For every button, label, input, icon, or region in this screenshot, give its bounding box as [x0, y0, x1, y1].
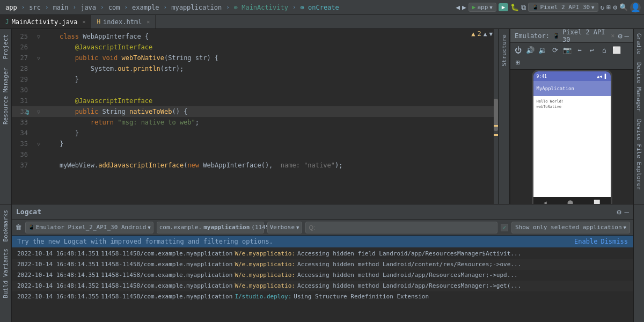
breadcrumb-oncreate[interactable]: ⊕ onCreate: [298, 3, 341, 12]
breadcrumb-example[interactable]: example: [130, 3, 162, 12]
html-file-icon: H: [97, 18, 100, 25]
line-content-34: }: [44, 129, 79, 137]
tab-mainactivity[interactable]: J MainActivity.java ✕: [0, 15, 91, 28]
device-file-explorer-tab[interactable]: Device File Explorer: [634, 117, 643, 192]
breadcrumb-sep-2: ›: [45, 4, 49, 11]
breadcrumb-src[interactable]: src: [27, 3, 43, 12]
line-content-29: }: [44, 76, 79, 83]
code-line-32: 32 @ ▽ public String nativeToWeb() {: [12, 106, 498, 117]
device-dropdown[interactable]: 📱 Pixel 2 API 30 ▼: [528, 3, 598, 12]
gradle-tab[interactable]: Gradle: [634, 31, 643, 57]
refresh-avd-icon[interactable]: ↻: [601, 3, 605, 11]
emulator-close-tab[interactable]: ✕: [611, 32, 615, 39]
debug-button[interactable]: 🐛: [510, 3, 519, 11]
run-button[interactable]: ▶: [499, 3, 509, 11]
log-msg-1: Accessing hidden method Landroid/content…: [297, 260, 521, 269]
device-arrow: ▼: [591, 5, 594, 10]
code-scrollbar[interactable]: [494, 29, 498, 204]
device-selector-icon: 📱: [28, 224, 34, 230]
device-manager-tab[interactable]: Device Manager: [634, 60, 643, 114]
structure-tab[interactable]: Structure: [500, 32, 509, 69]
log-level-2: W/e.myapplicatio:: [235, 270, 295, 280]
structure-panel-strip: Structure: [498, 29, 510, 204]
em-back-btn[interactable]: ↩: [587, 45, 597, 55]
app-name: myapplication: [203, 224, 250, 231]
logcat-settings-btn[interactable]: ⚙: [617, 208, 621, 216]
phone-status-icons: ▲◀ ▌: [597, 74, 607, 79]
coverage-button[interactable]: ⧉: [521, 3, 526, 12]
em-overview-btn[interactable]: ⬜: [611, 45, 622, 55]
breadcrumb-mainactivity[interactable]: ⊕ MainActivity: [232, 3, 290, 12]
right-panel-strip: Gradle Device Manager Device File Explor…: [633, 29, 644, 204]
forward-icon[interactable]: ▶: [462, 3, 466, 11]
settings-icon[interactable]: ⚙: [613, 3, 617, 11]
build-variants-tab[interactable]: Build Variants: [1, 246, 10, 301]
log-ts-4: 2022-10-14 16:48:14.355: [17, 292, 99, 302]
device-selector[interactable]: 📱 Emulator Pixel_2_API_30 Android ▼: [25, 222, 153, 233]
tab-close-indexhtml[interactable]: ✕: [147, 19, 150, 25]
fold-35[interactable]: ▽: [37, 141, 40, 147]
logcat-search-input[interactable]: [305, 222, 497, 233]
breadcrumb-sep-4: ›: [100, 4, 104, 11]
em-location-btn[interactable]: ⬅: [574, 45, 585, 55]
avd-manager-icon[interactable]: ⊞: [606, 3, 611, 11]
show-selected-dropdown[interactable]: Show only selected application ▼: [511, 222, 630, 233]
search-icon[interactable]: 🔍: [619, 3, 628, 11]
emulator-minimize-icon[interactable]: —: [625, 32, 629, 40]
em-volume-down-btn[interactable]: 🔉: [537, 45, 548, 55]
phone-nav-bar: ◀ ⬤ ⬜: [533, 197, 611, 204]
em-power-btn[interactable]: ⏻: [513, 45, 523, 55]
phone-time: 9:41: [537, 74, 547, 79]
em-screenshot-btn[interactable]: 📷: [562, 45, 573, 55]
log-line-4: 2022-10-14 16:48:14.355 11458-11458/com.…: [12, 291, 633, 302]
phone-overview-btn[interactable]: ⬜: [594, 200, 600, 204]
breadcrumb-java[interactable]: java: [78, 3, 98, 12]
breadcrumb-myapplication[interactable]: myapplication: [169, 3, 224, 12]
tab-close-mainactivity[interactable]: ✕: [82, 19, 85, 25]
breadcrumb-main[interactable]: main: [51, 3, 71, 12]
emulator-toolbar: ⏻ 🔊 🔉 ⟳ 📷 ⬅ ↩ ⌂ ⬜ ⊞: [510, 43, 633, 70]
back-icon[interactable]: ◀: [456, 3, 460, 11]
notice-enable-btn[interactable]: Enable: [574, 238, 597, 245]
bookmarks-tab[interactable]: Bookmarks: [1, 208, 10, 244]
user-avatar[interactable]: 👤: [630, 2, 641, 13]
breadcrumb-sep-8: ›: [292, 4, 296, 11]
phone-app-bar: MyApplication: [533, 81, 611, 96]
phone-app-title: MyApplication: [537, 86, 574, 91]
app-selector[interactable]: com.example.myapplication (1145) ▼: [157, 222, 264, 233]
emulator-device-label: Pixel 2 API 30: [562, 29, 608, 43]
em-rotate-btn[interactable]: ⟳: [550, 45, 560, 55]
line-content-26: @JavascriptInterface: [44, 43, 152, 51]
line-num-25: 25: [12, 33, 33, 40]
logcat-clear-btn[interactable]: 🗑: [15, 223, 22, 231]
logcat-minimize-btn[interactable]: —: [625, 208, 629, 216]
fold-32[interactable]: ▽: [37, 109, 40, 115]
fold-25[interactable]: ▽: [37, 34, 40, 40]
logcat-output: 2022-10-14 16:48:14.351 11458-11458/com.…: [12, 247, 633, 322]
bookmark-icon-32: @: [26, 109, 29, 115]
breadcrumb-com[interactable]: com: [106, 3, 122, 12]
code-line-27: 27 ▽ public void webToNative(String str)…: [12, 53, 498, 63]
emulator-settings-icon[interactable]: ⚙: [618, 32, 622, 40]
em-fold-btn[interactable]: ⊞: [513, 57, 523, 68]
resource-manager-tab[interactable]: Resource Manager: [1, 65, 10, 127]
fold-27[interactable]: ▽: [37, 55, 40, 61]
notice-dismiss-btn[interactable]: Dismiss: [601, 238, 628, 245]
logcat-notice: Try the new Logcat with improved formatt…: [12, 236, 633, 247]
phone-home-btn[interactable]: ⬤: [567, 200, 573, 204]
show-selected-checkbox[interactable]: ✓: [501, 224, 508, 231]
project-panel-tab[interactable]: Project: [1, 32, 10, 61]
logcat-toolbar: 🗑 📱 Emulator Pixel_2_API_30 Android ▼ co…: [12, 219, 633, 236]
run-config-dropdown[interactable]: ▶ app ▼: [469, 3, 496, 12]
line-content-28: System.out.println(str);: [44, 65, 184, 72]
em-home-btn[interactable]: ⌂: [599, 45, 610, 55]
em-volume-up-btn[interactable]: 🔊: [525, 45, 536, 55]
phone-screen-content: MyApplication Hello World! webToNative: [533, 81, 611, 197]
breadcrumb-app[interactable]: app: [3, 3, 19, 12]
bottom-right-strip: [633, 204, 644, 322]
log-level-1: W/e.myapplicatio:: [235, 260, 295, 269]
phone-back-btn[interactable]: ◀: [544, 200, 547, 204]
log-pid-0: 11458-11458/com.example.myapplication: [101, 249, 232, 259]
tab-indexhtml[interactable]: H index.html ✕: [91, 15, 156, 28]
level-selector[interactable]: Verbose ▼: [267, 222, 302, 233]
